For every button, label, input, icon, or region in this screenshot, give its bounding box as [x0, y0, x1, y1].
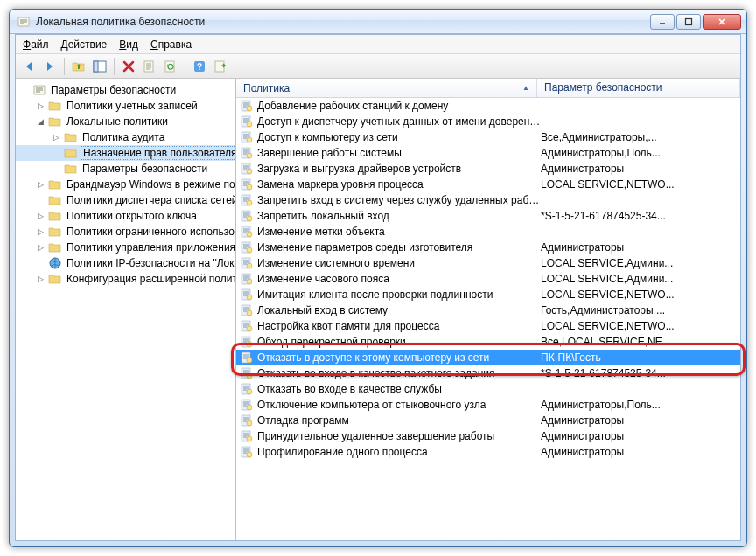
list-row[interactable]: Отказать во входе в качестве пакетного з… — [236, 365, 740, 381]
policy-icon — [240, 193, 254, 207]
tree-label: Политика аудита — [80, 131, 166, 143]
tree-item[interactable]: Параметры безопасности — [16, 161, 236, 177]
list-row[interactable]: Завершение работы системыАдминистраторы,… — [236, 145, 740, 161]
tree-item[interactable]: ▷Политика аудита — [16, 129, 236, 145]
properties-button[interactable] — [140, 57, 159, 76]
tree-root[interactable]: Параметры безопасности — [16, 82, 236, 98]
cell-policy: Отладка программ — [257, 414, 541, 427]
cell-param: LOCAL SERVICE,NETWO... — [541, 288, 740, 301]
export-button[interactable] — [211, 57, 230, 76]
sort-indicator-icon: ▲ — [522, 84, 529, 92]
list-row[interactable]: Принудительное удаленное завершение рабо… — [236, 428, 740, 444]
tree-item[interactable]: ▷Брандмауэр Windows в режиме пов — [16, 177, 236, 192]
up-button[interactable] — [69, 57, 88, 76]
cell-policy: Изменение параметров среды изготовителя — [257, 241, 541, 254]
cell-policy: Принудительное удаленное завершение рабо… — [257, 430, 541, 442]
window-frame: Локальная политика безопасности Файл Дей… — [9, 9, 747, 547]
list-pane: Политика ▲ Параметр безопасности Добавле… — [236, 79, 740, 540]
policy-icon — [240, 115, 254, 129]
toolbar-separator — [114, 58, 115, 75]
list-row[interactable]: Изменение параметров среды изготовителяА… — [236, 240, 740, 255]
menu-file[interactable]: Файл — [23, 38, 49, 51]
folder-icon — [48, 115, 62, 129]
list-row[interactable]: Профилирование одного процессаАдминистра… — [236, 444, 740, 460]
list-row[interactable]: Доступ к компьютеру из сетиВсе,Администр… — [236, 129, 740, 145]
list-row[interactable]: Изменение часового поясаLOCAL SERVICE,Ад… — [236, 271, 740, 287]
expander-icon[interactable]: ▷ — [35, 180, 46, 189]
minimize-button[interactable] — [650, 14, 675, 30]
refresh-button[interactable] — [161, 57, 180, 76]
expander-icon[interactable]: ▷ — [35, 275, 46, 283]
tree-item[interactable]: ◢Локальные политики — [16, 114, 236, 129]
cell-policy: Локальный вход в систему — [257, 304, 541, 316]
tree-item[interactable]: ▷Конфигурация расширенной полит — [16, 271, 236, 287]
cell-param: Администраторы,Поль... — [541, 399, 740, 411]
list-row[interactable]: Загрузка и выгрузка драйверов устройствА… — [236, 161, 740, 177]
tree-item[interactable]: Политики диспетчера списка сетей — [16, 192, 236, 208]
folder-icon — [48, 209, 62, 223]
list-row[interactable]: Локальный вход в системуГость,Администра… — [236, 302, 740, 318]
maximize-button[interactable] — [676, 14, 701, 30]
tree-label: Политики ограниченного использо — [65, 226, 236, 238]
list-row[interactable]: Отказать во входе в качестве службы — [236, 381, 740, 397]
folder-icon — [48, 240, 62, 254]
cell-param: Администраторы,Поль... — [541, 147, 740, 159]
list-row[interactable]: Добавление рабочих станций к домену — [236, 98, 740, 114]
ipsec-icon — [48, 256, 62, 270]
list-row[interactable]: Отказать в доступе к этому компьютеру из… — [236, 350, 740, 365]
menu-view[interactable]: Вид — [119, 38, 138, 51]
help-button[interactable] — [190, 57, 209, 76]
expander-icon[interactable]: ▷ — [35, 227, 46, 236]
policy-icon — [240, 351, 254, 365]
list-row[interactable]: Обход перекрестной проверкиВсе,LOCAL SER… — [236, 334, 740, 350]
cell-policy: Отказать во входе в качестве пакетного з… — [257, 367, 541, 379]
list-row[interactable]: Изменение метки объекта — [236, 224, 740, 240]
policy-icon — [240, 146, 254, 160]
titlebar[interactable]: Локальная политика безопасности — [10, 10, 746, 34]
expander-icon[interactable]: ▷ — [51, 133, 61, 142]
policy-icon — [240, 445, 254, 459]
tree-item[interactable]: ▷Политики открытого ключа — [16, 208, 236, 224]
tree-label: Назначение прав пользователя — [80, 146, 236, 160]
list-row[interactable]: Настройка квот памяти для процессаLOCAL … — [236, 318, 740, 334]
column-header-param[interactable]: Параметр безопасности — [537, 79, 740, 97]
cell-policy: Отключение компьютера от стыковочного уз… — [257, 399, 541, 411]
cell-param: *S-1-5-21-617874525-34... — [541, 367, 740, 379]
list-row[interactable]: Доступ к диспетчеру учетных данных от им… — [236, 114, 740, 129]
tree-item[interactable]: Назначение прав пользователя — [16, 145, 236, 161]
folder-icon — [48, 99, 62, 113]
cell-policy: Профилирование одного процесса — [257, 446, 541, 458]
tree-item[interactable]: ▷Политики ограниченного использо — [16, 224, 236, 240]
expander-icon[interactable]: ▷ — [35, 243, 46, 252]
list-row[interactable]: Отладка программАдминистраторы — [236, 413, 740, 428]
forward-button[interactable] — [40, 57, 60, 76]
tree-item[interactable]: ▷Политики учетных записей — [16, 98, 236, 114]
list-row[interactable]: Запретить локальный вход*S-1-5-21-617874… — [236, 208, 740, 224]
delete-button[interactable] — [119, 57, 138, 76]
close-button[interactable] — [703, 14, 741, 30]
folder-icon — [48, 225, 62, 239]
tree-item[interactable]: ▷Политики управления приложения — [16, 240, 236, 255]
tree-pane[interactable]: Параметры безопасности▷Политики учетных … — [16, 79, 236, 540]
expander-icon[interactable]: ◢ — [35, 117, 46, 126]
expander-icon[interactable]: ▷ — [35, 101, 46, 110]
cell-policy: Доступ к компьютеру из сети — [257, 131, 541, 143]
cell-policy: Доступ к диспетчеру учетных данных от им… — [257, 115, 541, 128]
list-row[interactable]: Изменение системного времениLOCAL SERVIC… — [236, 255, 740, 271]
menu-help[interactable]: Справка — [150, 38, 192, 51]
list-row[interactable]: Имитация клиента после проверки подлинно… — [236, 287, 740, 302]
tree-item[interactable]: Политики IP-безопасности на "Лока — [16, 255, 236, 271]
cell-policy: Настройка квот памяти для процесса — [257, 320, 541, 332]
cell-param: Гость,Администраторы,... — [541, 304, 740, 316]
column-header-policy[interactable]: Политика ▲ — [236, 79, 537, 97]
expander-icon[interactable]: ▷ — [35, 212, 46, 220]
cell-policy: Добавление рабочих станций к домену — [257, 100, 541, 112]
menu-action[interactable]: Действие — [61, 38, 108, 51]
list-row[interactable]: Отключение компьютера от стыковочного уз… — [236, 397, 740, 413]
list-row[interactable]: Запретить вход в систему через службу уд… — [236, 192, 740, 208]
back-button[interactable] — [19, 57, 38, 76]
list-row[interactable]: Замена маркера уровня процессаLOCAL SERV… — [236, 177, 740, 192]
cell-policy: Замена маркера уровня процесса — [257, 178, 541, 191]
toggle-tree-button[interactable] — [90, 57, 109, 76]
list-body[interactable]: Добавление рабочих станций к доменуДосту… — [236, 98, 740, 540]
